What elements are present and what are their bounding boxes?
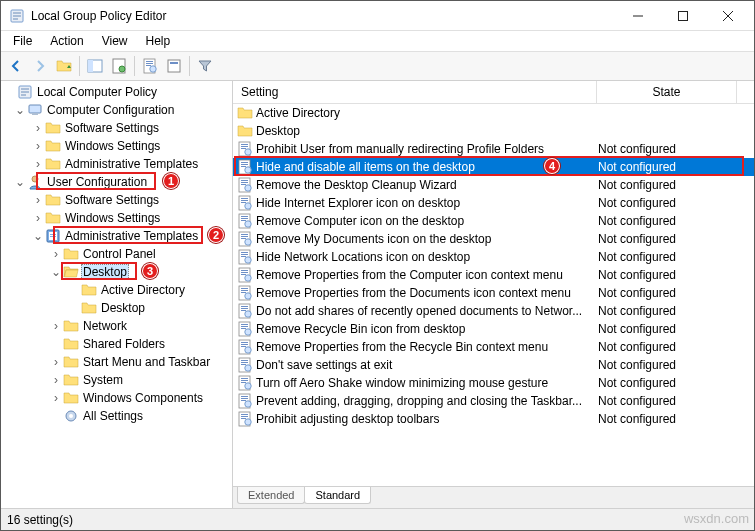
chevron-right-icon[interactable]: ›	[49, 355, 63, 369]
minimize-button[interactable]	[615, 1, 660, 30]
folder-icon	[63, 390, 79, 406]
properties-button[interactable]	[108, 55, 130, 77]
tree-uc-windows[interactable]: Windows Settings	[63, 211, 162, 225]
tree-network[interactable]: Network	[81, 319, 129, 333]
list-item[interactable]: Remove Computer icon on the desktopNot c…	[233, 212, 754, 230]
settings-list[interactable]: Active DirectoryDesktopProhibit User fro…	[233, 104, 754, 486]
list-item-label: Hide Internet Explorer icon on desktop	[256, 196, 598, 210]
list-item[interactable]: Don't save settings at exitNot configure…	[233, 356, 754, 374]
view-tabs: Extended Standard	[233, 486, 754, 508]
list-item[interactable]: Remove Properties from the Computer icon…	[233, 266, 754, 284]
tree-desktop[interactable]: Desktop	[81, 264, 129, 280]
tree-computer-config[interactable]: Computer Configuration	[45, 103, 176, 117]
list-item-label: Do not add shares of recently opened doc…	[256, 304, 598, 318]
tab-standard[interactable]: Standard	[304, 487, 371, 504]
chevron-right-icon[interactable]: ›	[31, 157, 45, 171]
tree-control-panel[interactable]: Control Panel	[81, 247, 158, 261]
show-hide-tree-button[interactable]	[84, 55, 106, 77]
tree-uc-admin[interactable]: Administrative Templates	[63, 229, 200, 243]
column-state[interactable]: State	[597, 81, 737, 103]
list-item-label: Active Directory	[256, 106, 598, 120]
tree-cc-admin[interactable]: Administrative Templates	[63, 157, 200, 171]
column-setting[interactable]: Setting	[233, 81, 597, 103]
list-item[interactable]: Remove the Desktop Cleanup WizardNot con…	[233, 176, 754, 194]
chevron-right-icon[interactable]: ›	[49, 319, 63, 333]
policy-icon	[237, 303, 253, 319]
list-item-state: Not configured	[598, 142, 728, 156]
folder-icon	[63, 372, 79, 388]
list-item[interactable]: Turn off Aero Shake window minimizing mo…	[233, 374, 754, 392]
tree-system[interactable]: System	[81, 373, 125, 387]
filter-button[interactable]	[194, 55, 216, 77]
tree-panel[interactable]: Local Computer Policy ⌄Computer Configur…	[1, 81, 233, 508]
list-item[interactable]: Do not add shares of recently opened doc…	[233, 302, 754, 320]
tree-uc-software[interactable]: Software Settings	[63, 193, 161, 207]
list-item[interactable]: Desktop	[233, 122, 754, 140]
tree-desktop-sub[interactable]: Desktop	[99, 301, 147, 315]
svg-point-18	[119, 66, 125, 72]
list-item-state: Not configured	[598, 394, 728, 408]
list-item-label: Don't save settings at exit	[256, 358, 598, 372]
list-item[interactable]: Hide Internet Explorer icon on desktopNo…	[233, 194, 754, 212]
list-item-state: Not configured	[598, 196, 728, 210]
chevron-right-icon[interactable]: ›	[49, 391, 63, 405]
back-button[interactable]	[5, 55, 27, 77]
list-item[interactable]: Remove My Documents icon on the desktopN…	[233, 230, 754, 248]
policy-icon	[237, 159, 253, 175]
chevron-right-icon[interactable]: ›	[31, 139, 45, 153]
tree-user-config[interactable]: User Configuration	[45, 175, 149, 189]
chevron-right-icon[interactable]: ›	[31, 193, 45, 207]
folder-icon	[237, 123, 253, 139]
tree-active-directory[interactable]: Active Directory	[99, 283, 187, 297]
menu-view[interactable]: View	[94, 32, 136, 50]
chevron-down-icon[interactable]: ⌄	[31, 229, 45, 243]
list-item[interactable]: Prohibit adjusting desktop toolbarsNot c…	[233, 410, 754, 428]
tree-startmenu[interactable]: Start Menu and Taskbar	[81, 355, 212, 369]
app-icon	[9, 8, 25, 24]
chevron-right-icon[interactable]: ›	[49, 247, 63, 261]
tree-shared[interactable]: Shared Folders	[81, 337, 167, 351]
status-bar: 16 setting(s)	[1, 508, 754, 530]
export-button[interactable]	[163, 55, 185, 77]
status-text: 16 setting(s)	[7, 513, 73, 527]
list-item[interactable]: Prohibit User from manually redirecting …	[233, 140, 754, 158]
up-button[interactable]	[53, 55, 75, 77]
tree-allsettings[interactable]: All Settings	[81, 409, 145, 423]
tree-cc-windows[interactable]: Windows Settings	[63, 139, 162, 153]
list-item-state: Not configured	[598, 250, 728, 264]
close-button[interactable]	[705, 1, 750, 30]
list-item[interactable]: Hide and disable all items on the deskto…	[233, 158, 754, 176]
chevron-down-icon[interactable]: ⌄	[13, 175, 27, 189]
menu-file[interactable]: File	[5, 32, 40, 50]
menu-action[interactable]: Action	[42, 32, 91, 50]
folder-icon	[63, 246, 79, 262]
list-item[interactable]: Hide Network Locations icon on desktopNo…	[233, 248, 754, 266]
toolbar	[1, 52, 754, 81]
refresh-button[interactable]	[139, 55, 161, 77]
tree-cc-software[interactable]: Software Settings	[63, 121, 161, 135]
list-item-label: Remove Recycle Bin icon from desktop	[256, 322, 598, 336]
tree-wincomp[interactable]: Windows Components	[81, 391, 205, 405]
list-item-label: Desktop	[256, 124, 598, 138]
chevron-right-icon[interactable]: ›	[31, 211, 45, 225]
maximize-button[interactable]	[660, 1, 705, 30]
list-item[interactable]: Active Directory	[233, 104, 754, 122]
menu-help[interactable]: Help	[138, 32, 179, 50]
tab-extended[interactable]: Extended	[237, 487, 305, 504]
forward-button[interactable]	[29, 55, 51, 77]
chevron-down-icon[interactable]: ⌄	[49, 265, 63, 279]
annotation-marker-1: 1	[162, 172, 180, 190]
svg-rect-16	[88, 60, 93, 72]
chevron-right-icon[interactable]: ›	[49, 373, 63, 387]
list-item[interactable]: Remove Recycle Bin icon from desktopNot …	[233, 320, 754, 338]
policy-icon	[237, 249, 253, 265]
list-item-label: Remove the Desktop Cleanup Wizard	[256, 178, 598, 192]
list-item[interactable]: Remove Properties from the Documents ico…	[233, 284, 754, 302]
chevron-down-icon[interactable]: ⌄	[13, 103, 27, 117]
chevron-right-icon[interactable]: ›	[31, 121, 45, 135]
svg-rect-20	[170, 62, 178, 64]
folder-icon	[81, 300, 97, 316]
list-item[interactable]: Prevent adding, dragging, dropping and c…	[233, 392, 754, 410]
list-item[interactable]: Remove Properties from the Recycle Bin c…	[233, 338, 754, 356]
tree-root[interactable]: Local Computer Policy	[35, 85, 159, 99]
